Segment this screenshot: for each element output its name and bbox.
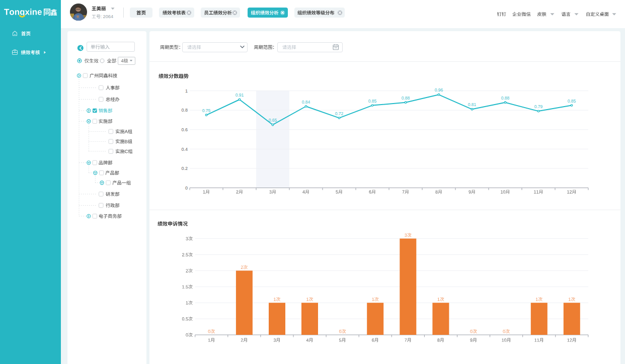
svg-text:0.96: 0.96 (435, 87, 443, 93)
svg-text:0.65: 0.65 (269, 118, 277, 123)
svg-text:0.88: 0.88 (402, 96, 410, 101)
svg-text:0.75: 0.75 (202, 108, 211, 113)
svg-text:0.85: 0.85 (568, 99, 576, 104)
svg-text:0.81: 0.81 (468, 102, 477, 107)
svg-text:0: 0 (185, 186, 188, 191)
svg-text:0.79: 0.79 (534, 104, 543, 109)
svg-text:0.6: 0.6 (181, 127, 188, 132)
svg-text:: 2064: : 2064 (101, 14, 114, 19)
svg-text:0.84: 0.84 (302, 100, 310, 105)
svg-text:0.4: 0.4 (181, 147, 188, 152)
svg-text:1: 1 (185, 88, 188, 94)
svg-text:0.2: 0.2 (181, 166, 188, 171)
svg-text:0.91: 0.91 (236, 93, 244, 98)
svg-text:0.85: 0.85 (368, 99, 377, 104)
svg-text:0.88: 0.88 (501, 96, 510, 101)
svg-text:0.8: 0.8 (181, 108, 188, 113)
svg-text:0.72: 0.72 (335, 111, 344, 116)
